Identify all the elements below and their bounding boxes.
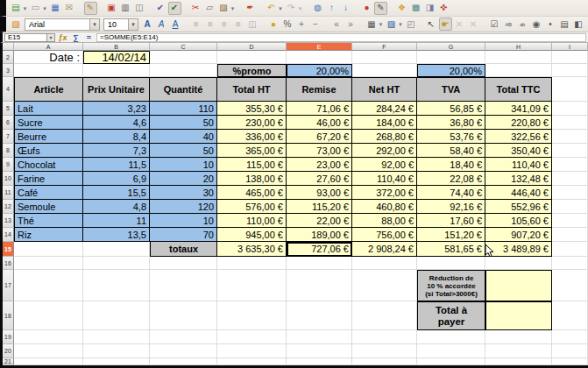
total-ht-sum-cell[interactable]: 3 635,30 €	[217, 242, 287, 257]
empty-cell[interactable]	[14, 344, 83, 358]
empty-cell[interactable]	[150, 270, 217, 301]
row-number[interactable]: 20	[3, 344, 14, 358]
radio-control-button[interactable]: ◉	[530, 18, 543, 31]
empty-cell[interactable]	[217, 270, 287, 301]
empty-cell[interactable]	[552, 242, 588, 257]
copy-button[interactable]: ▱	[203, 2, 216, 15]
row-number[interactable]: 2	[3, 51, 14, 64]
article-cell[interactable]: Lait	[14, 102, 83, 116]
header-prix-unitaire-cell[interactable]: Prix Unitaire	[83, 77, 150, 102]
tva-cell[interactable]: 58,40 €	[417, 144, 485, 158]
decrease-indent-button[interactable]: «	[330, 18, 344, 31]
empty-cell[interactable]	[552, 301, 588, 330]
tva-rate-cell[interactable]: 20,00%	[417, 64, 485, 77]
chevron-down-icon[interactable]: ▾	[128, 19, 138, 30]
undo-button[interactable]: ↶	[265, 2, 278, 15]
total-ttc-sum-cell[interactable]: 3 489,89 €	[485, 242, 552, 257]
empty-cell[interactable]	[417, 330, 485, 344]
total-ttc-cell[interactable]: 341,09 €	[485, 102, 552, 116]
print-preview-button[interactable]: ◫	[133, 2, 146, 15]
empty-cell[interactable]	[287, 358, 352, 365]
net-ht-sum-cell[interactable]: 2 908,24 €	[352, 242, 417, 257]
empty-cell[interactable]	[287, 51, 352, 64]
unit-price-cell[interactable]: 3,23	[83, 102, 150, 116]
empty-cell[interactable]	[552, 228, 588, 242]
total-ht-cell[interactable]: 138,00 €	[217, 172, 287, 186]
chevron-down-icon[interactable]: ▾	[46, 34, 54, 41]
article-cell[interactable]: Thé	[14, 214, 83, 228]
total-due-value-cell[interactable]	[485, 301, 552, 330]
empty-cell[interactable]	[217, 257, 287, 270]
row-number[interactable]: 8	[3, 144, 14, 158]
tva-cell[interactable]: 74,40 €	[417, 186, 485, 200]
bold-button[interactable]: A	[141, 18, 154, 31]
empty-cell[interactable]	[485, 344, 552, 358]
empty-cell[interactable]	[287, 344, 352, 358]
empty-cell[interactable]	[217, 51, 287, 64]
header-article-cell[interactable]: Article	[14, 77, 83, 102]
row-number[interactable]: 14	[3, 228, 14, 242]
total-ttc-cell[interactable]: 350,40 €	[485, 144, 552, 158]
article-cell[interactable]: Œufs	[14, 144, 83, 158]
empty-cell[interactable]	[352, 330, 417, 344]
net-ht-cell[interactable]: 92,00 €	[352, 158, 417, 172]
empty-cell[interactable]	[83, 301, 150, 330]
empty-cell[interactable]	[14, 257, 83, 270]
print-button[interactable]: ▥	[119, 2, 132, 15]
quantity-cell[interactable]: 20	[150, 172, 217, 186]
empty-cell[interactable]	[417, 51, 485, 64]
total-ttc-cell[interactable]: 322,56 €	[485, 130, 552, 144]
empty-cell[interactable]	[217, 344, 287, 358]
net-ht-cell[interactable]: 292,00 €	[352, 144, 417, 158]
promo-label-cell[interactable]: %promo	[217, 64, 287, 77]
increase-indent-button[interactable]: »	[344, 18, 358, 31]
quantity-cell[interactable]: 30	[150, 186, 217, 200]
empty-cell[interactable]	[485, 64, 552, 77]
checkbox-control-button[interactable]: ☑	[488, 18, 501, 31]
column-header-c[interactable]: C	[150, 43, 217, 51]
row-number[interactable]: 11	[3, 186, 14, 200]
header-remise-cell[interactable]: Remise	[287, 77, 352, 102]
total-ht-cell[interactable]: 110,00 €	[217, 214, 287, 228]
open-dropdown[interactable]: ▾	[42, 2, 48, 15]
frame-style-button[interactable]: ◰	[405, 18, 418, 31]
empty-cell[interactable]	[217, 330, 287, 344]
empty-cell[interactable]	[287, 270, 352, 301]
empty-cell[interactable]	[552, 64, 588, 77]
new-document-button[interactable]: ▤	[10, 2, 23, 15]
empty-cell[interactable]	[552, 116, 588, 130]
column-header-h[interactable]: H	[485, 43, 552, 51]
empty-cell[interactable]	[485, 330, 552, 344]
row-number[interactable]: 3	[3, 64, 14, 77]
font-name-select[interactable]: Arial ▾	[25, 18, 100, 31]
net-ht-cell[interactable]: 184,00 €	[352, 116, 417, 130]
align-center-button[interactable]: ≡	[204, 18, 217, 31]
spellcheck-button[interactable]: ✔	[154, 2, 167, 15]
empty-cell[interactable]	[150, 358, 217, 365]
empty-cell[interactable]	[14, 358, 83, 365]
remise-cell[interactable]: 71,06 €	[287, 102, 352, 116]
article-cell[interactable]: Semoule	[14, 200, 83, 214]
cut-button[interactable]: ✂	[189, 2, 202, 15]
navigator-button[interactable]: ❖	[395, 2, 408, 15]
empty-cell[interactable]	[552, 102, 588, 116]
delete-decimal-button[interactable]: −	[309, 18, 322, 31]
insert-chart-button[interactable]: ●	[360, 2, 373, 15]
sort-ascending-button[interactable]: ↑	[325, 2, 338, 15]
unit-price-cell[interactable]: 11	[83, 214, 150, 228]
total-ht-cell[interactable]: 230,00 €	[217, 116, 287, 130]
promo-rate-cell[interactable]: 20,00%	[287, 64, 352, 77]
quantity-cell[interactable]: 10	[150, 158, 217, 172]
row-number[interactable]: 21	[3, 358, 14, 365]
empty-cell[interactable]	[352, 301, 417, 330]
function-wizard-icon[interactable]: ƒx	[57, 33, 68, 42]
empty-cell[interactable]	[14, 330, 83, 344]
unit-price-cell[interactable]: 4,6	[83, 116, 150, 130]
combobox-control-button[interactable]: ◧	[572, 18, 585, 31]
empty-cell[interactable]	[150, 330, 217, 344]
total-ttc-cell[interactable]: 446,40 €	[485, 186, 552, 200]
net-ht-cell[interactable]: 372,00 €	[352, 186, 417, 200]
net-ht-cell[interactable]: 88,00 €	[352, 214, 417, 228]
empty-cell[interactable]	[417, 257, 485, 270]
empty-cell[interactable]	[83, 344, 150, 358]
